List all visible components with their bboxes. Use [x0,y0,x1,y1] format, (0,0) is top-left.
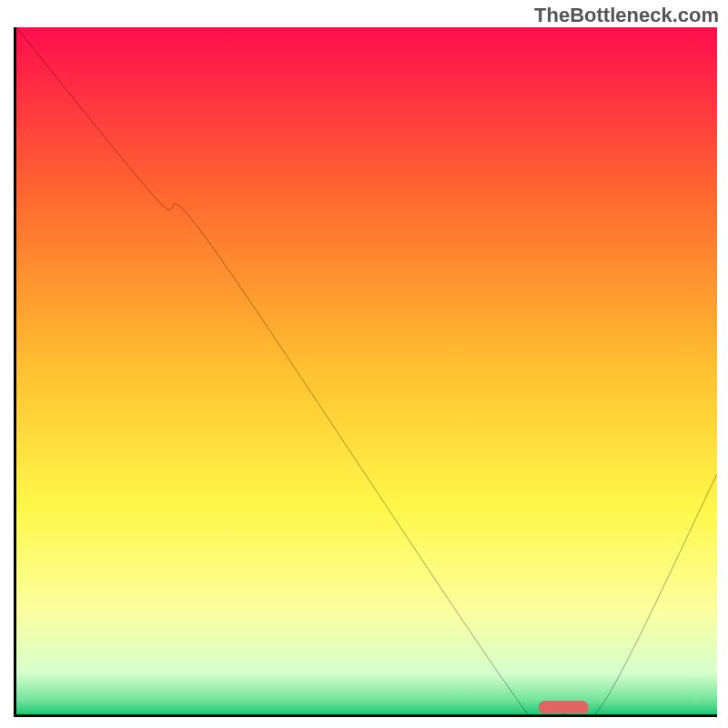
watermark-text: TheBottleneck.com [534,4,719,27]
bottleneck-marker [538,701,588,713]
chart-container: TheBottleneck.com [0,0,728,728]
chart-plot-area [14,27,717,717]
line-curve [16,27,717,714]
